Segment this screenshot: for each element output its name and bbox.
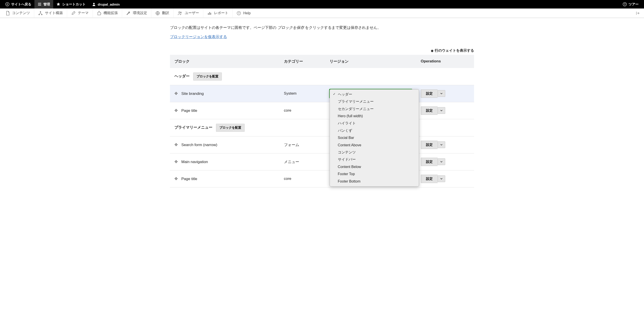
operations-dropdown-toggle[interactable] [438,141,445,148]
dropdown-option[interactable]: パンくず [330,127,419,134]
back-to-site-link[interactable]: サイトへ戻る [2,0,34,9]
chevron-down-icon [440,109,443,112]
admin-content-label: コンテンツ [12,11,30,16]
admin-item-appearance[interactable]: テーマ [67,9,93,18]
svg-point-6 [41,14,42,15]
region-name: ヘッダー [174,74,190,78]
drag-handle-icon[interactable]: ✥ [174,176,178,181]
svg-rect-10 [208,13,209,15]
configure-button[interactable]: 設定 [421,90,438,98]
table-header-row: ブロック カテゴリー リージョン Operations [170,55,474,68]
admin-structure-label: サイト構築 [45,11,63,16]
dropdown-option[interactable]: プライマリーメニュー [330,98,419,105]
operations-dropdown-toggle[interactable] [438,107,445,114]
region-header-row: プライマリーメニューブロックを配置 [170,119,474,136]
configure-button[interactable]: 設定 [421,158,438,166]
manage-label: 管理 [44,2,50,7]
admin-item-structure[interactable]: サイト構築 [34,9,67,18]
operations-dropdown-toggle[interactable] [438,175,445,182]
chevron-down-icon [440,143,443,146]
globe-icon [156,11,160,16]
intro-pre: ブロックの配置はサイトの各テーマに固有です。ページ下部の [170,26,278,30]
block-name: Main navigation [181,160,208,164]
block-row: ✥Site brandingSystemヘッダー設定 [170,85,474,102]
dropdown-option[interactable]: ハイライト [330,120,419,127]
preview-regions-link[interactable]: ブロックリージョンを仮表示する [170,35,227,39]
back-icon [5,2,10,6]
toolbar-orientation-toggle[interactable] [633,11,642,16]
drag-handle-icon[interactable]: ✥ [174,142,178,147]
place-block-button[interactable]: ブロックを配置 [193,73,222,81]
drag-handle-icon[interactable]: ✥ [174,91,178,96]
configure-button[interactable]: 設定 [421,175,438,183]
hamburger-icon [38,2,42,6]
dropdown-option[interactable]: Social Bar [330,134,419,141]
admin-item-content[interactable]: コンテンツ [2,9,34,18]
dropdown-option[interactable]: Content Below [330,163,419,170]
admin-menu-bar: コンテンツ サイト構築 テーマ 機能拡張 環境設定 [0,9,644,18]
block-category: メニュー [280,153,325,170]
drag-handle-icon[interactable]: ✥ [174,159,178,164]
region-name: プライマリーメニュー [174,125,212,130]
dropdown-option[interactable]: ヘッダー [330,91,419,98]
username-label: drupal_admin [98,3,120,6]
help-icon: ? [623,2,627,6]
drag-handle-icon[interactable]: ✥ [174,108,178,113]
user-icon [92,2,96,6]
intro-em: ブロックを保存 [278,26,304,30]
place-block-button[interactable]: ブロックを配置 [216,124,245,132]
operations-dropdown-toggle[interactable] [438,90,445,97]
svg-rect-11 [209,12,210,15]
admin-help-label: Help [243,11,251,15]
dropdown-option[interactable]: Content Above [330,142,419,149]
block-name: Page title [181,109,197,113]
operations-dropdown-toggle[interactable] [438,158,445,165]
intro-post: をクリックするまで変更は保存されません。 [304,26,381,30]
toolbar-left: サイトへ戻る 管理 ショートカット drupal_admin [2,0,123,9]
manage-toggle[interactable]: 管理 [34,0,53,9]
shortcuts-label: ショートカット [62,2,86,7]
block-name: Page title [181,177,197,181]
people-icon [178,11,182,16]
admin-item-translate[interactable]: 翻訳 [152,9,174,18]
configure-button[interactable]: 設定 [421,107,438,115]
svg-point-8 [179,12,180,13]
admin-item-help[interactable]: ? Help [232,9,255,18]
puzzle-icon [97,11,101,16]
block-layout-table: ブロック カテゴリー リージョン Operations ヘッダーブロックを配置✥… [170,55,474,187]
dropdown-option[interactable]: コンテンツ [330,149,419,156]
wrench-icon [126,11,130,16]
th-operations: Operations [416,55,474,68]
th-block: ブロック [170,55,280,68]
admin-appearance-label: テーマ [78,11,88,16]
admin-extend-label: 機能拡張 [104,11,118,16]
bar-chart-icon [207,11,212,16]
tour-label: ツアー [628,2,639,7]
admin-item-extend[interactable]: 機能拡張 [93,9,122,18]
user-menu[interactable]: drupal_admin [89,0,123,9]
shortcuts-link[interactable]: ショートカット [53,0,89,9]
block-row: ✥Main navigationメニュープライマリーメニュー設定 [170,153,474,170]
dropdown-option[interactable]: Hero (full width) [330,113,419,120]
admin-item-people[interactable]: ユーザー [174,9,203,18]
admin-item-reports[interactable]: レポート [203,9,232,18]
svg-text:?: ? [624,3,626,6]
tour-link[interactable]: ? ツアー [620,0,642,9]
dropdown-option[interactable]: セカンダリーメニュー [330,105,419,113]
configure-button[interactable]: 設定 [421,141,438,149]
weights-row: ◉行のウェイトを表示する [170,48,474,53]
show-row-weights-link[interactable]: ◉行のウェイトを表示する [431,49,474,52]
dropdown-option[interactable]: サイドバー [330,156,419,163]
help-circle-icon: ? [236,11,241,16]
dropdown-option[interactable]: Footer Bottom [330,178,419,185]
paintbrush-icon [71,11,76,16]
block-category: フォーム [280,136,325,153]
dropdown-option[interactable]: Footer Top [330,170,419,178]
admin-toolbar: サイトへ戻る 管理 ショートカット drupal_admin ? ツアー [0,0,644,9]
svg-point-5 [39,14,40,15]
admin-config-label: 環境設定 [133,11,147,16]
region-dropdown-popup[interactable]: ヘッダープライマリーメニューセカンダリーメニューHero (full width… [330,89,419,187]
hierarchy-icon [38,11,43,16]
admin-item-configuration[interactable]: 環境設定 [122,9,152,18]
star-icon [56,2,60,6]
